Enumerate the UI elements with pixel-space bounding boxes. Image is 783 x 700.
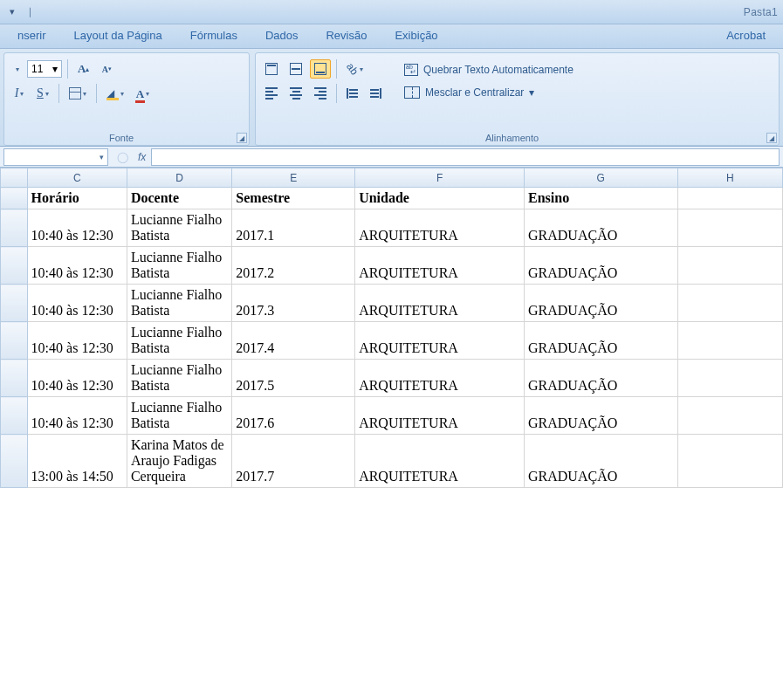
cell[interactable] — [677, 397, 782, 435]
cell[interactable]: 10:40 às 12:30 — [27, 360, 127, 397]
select-all-corner[interactable] — [1, 168, 28, 188]
cell[interactable] — [677, 188, 782, 209]
cell[interactable]: 2017.4 — [232, 322, 355, 360]
cell[interactable]: GRADUAÇÃO — [525, 397, 678, 435]
table-row: Horário Docente Semestre Unidade Ensino — [1, 188, 783, 209]
group-label-fonte: Fonte — [4, 133, 238, 143]
cell[interactable]: Lucianne Fialho Batista — [127, 285, 231, 322]
name-box[interactable]: ▾ — [3, 148, 108, 166]
row-head[interactable] — [1, 188, 28, 209]
cell[interactable]: ARQUITETURA — [355, 435, 525, 488]
merge-center-button[interactable]: Mesclar e Centralizar ▾ — [398, 82, 580, 103]
cell[interactable] — [677, 209, 782, 247]
cell[interactable]: GRADUAÇÃO — [525, 209, 678, 247]
cell[interactable] — [677, 360, 782, 397]
qat-dropdown-icon[interactable]: ▾ — [5, 5, 19, 19]
row-head[interactable] — [1, 435, 28, 488]
cell[interactable]: 10:40 às 12:30 — [27, 247, 127, 285]
cell[interactable]: ARQUITETURA — [355, 209, 525, 247]
cell[interactable]: GRADUAÇÃO — [525, 435, 678, 488]
cell[interactable]: Karina Matos de Araujo Fadigas Cerqueira — [127, 435, 231, 488]
decrease-indent-button[interactable] — [342, 84, 362, 103]
fx-label[interactable]: fx — [133, 151, 151, 163]
italic-dropdown[interactable]: I▾ — [10, 84, 29, 103]
cell[interactable]: 10:40 às 12:30 — [27, 285, 127, 322]
cell[interactable]: Docente — [127, 188, 231, 209]
cell[interactable]: ARQUITETURA — [355, 285, 525, 322]
cell[interactable]: GRADUAÇÃO — [525, 247, 678, 285]
col-head-G[interactable]: G — [525, 168, 678, 188]
cell[interactable]: ARQUITETURA — [355, 397, 525, 435]
align-center-button[interactable] — [285, 84, 306, 103]
cell[interactable]: 2017.3 — [232, 285, 355, 322]
row-head[interactable] — [1, 285, 28, 322]
cell[interactable]: 2017.6 — [232, 397, 355, 435]
cell[interactable]: ARQUITETURA — [355, 247, 525, 285]
borders-button[interactable]: ▾ — [65, 84, 91, 103]
cell[interactable]: 10:40 às 12:30 — [27, 322, 127, 360]
valign-top-button[interactable] — [261, 59, 282, 79]
row-head[interactable] — [1, 247, 28, 285]
orientation-button[interactable]: ab▾ — [342, 59, 367, 79]
shrink-font-button[interactable]: A▾ — [97, 59, 116, 79]
tab-acrobat[interactable]: Acrobat — [712, 24, 780, 48]
cell[interactable]: 10:40 às 12:30 — [27, 397, 127, 435]
cell[interactable]: Ensino — [525, 188, 678, 209]
grow-font-button[interactable]: A▴ — [73, 59, 93, 79]
increase-indent-button[interactable] — [366, 84, 386, 103]
underline-button[interactable]: S▾ — [32, 84, 53, 103]
cell[interactable] — [677, 285, 782, 322]
row-head[interactable] — [1, 209, 28, 247]
tab-dados[interactable]: Dados — [251, 24, 313, 48]
col-head-E[interactable]: E — [232, 168, 355, 188]
valign-bottom-button[interactable] — [310, 59, 331, 79]
valign-middle-button[interactable] — [285, 59, 306, 79]
fill-color-button[interactable]: ◢▾ — [102, 84, 128, 103]
font-size-input[interactable]: 11 ▾ — [27, 60, 62, 78]
font-color-button[interactable]: A▾ — [132, 84, 154, 103]
cell[interactable]: 2017.2 — [232, 247, 355, 285]
cell[interactable]: Lucianne Fialho Batista — [127, 209, 231, 247]
cell[interactable]: Lucianne Fialho Batista — [127, 322, 231, 360]
row-head[interactable] — [1, 322, 28, 360]
tab-layout-pagina[interactable]: Layout da Página — [60, 24, 176, 48]
col-head-F[interactable]: F — [355, 168, 525, 188]
font-name-dropdown[interactable]: ▾ — [10, 59, 24, 79]
cell[interactable]: Semestre — [232, 188, 355, 209]
tab-exibicao[interactable]: Exibição — [381, 24, 451, 48]
row-head[interactable] — [1, 397, 28, 435]
cell[interactable]: Lucianne Fialho Batista — [127, 360, 231, 397]
cell[interactable] — [677, 435, 782, 488]
tab-inserir[interactable]: nserir — [3, 24, 60, 48]
cell[interactable]: Unidade — [355, 188, 525, 209]
align-left-button[interactable] — [261, 84, 282, 103]
tab-formulas[interactable]: Fórmulas — [176, 24, 251, 48]
col-head-D[interactable]: D — [127, 168, 231, 188]
separator — [336, 84, 337, 103]
formula-input[interactable] — [151, 148, 780, 166]
cell[interactable]: Lucianne Fialho Batista — [127, 247, 231, 285]
cell[interactable]: 10:40 às 12:30 — [27, 209, 127, 247]
align-right-button[interactable] — [310, 84, 331, 103]
cell[interactable]: Horário — [27, 188, 127, 209]
cell[interactable]: 13:00 às 14:50 — [27, 435, 127, 488]
fonte-dialog-launcher[interactable]: ◢ — [237, 133, 247, 143]
cell[interactable]: ARQUITETURA — [355, 322, 525, 360]
cell[interactable]: GRADUAÇÃO — [525, 285, 678, 322]
row-head[interactable] — [1, 360, 28, 397]
cell[interactable]: 2017.7 — [232, 435, 355, 488]
cell[interactable]: 2017.5 — [232, 360, 355, 397]
cell[interactable]: 2017.1 — [232, 209, 355, 247]
cell[interactable]: GRADUAÇÃO — [525, 322, 678, 360]
alinhamento-dialog-launcher[interactable]: ◢ — [766, 133, 777, 143]
col-head-C[interactable]: C — [27, 168, 127, 188]
cell[interactable]: Lucianne Fialho Batista — [127, 397, 231, 435]
col-head-H[interactable]: H — [677, 168, 782, 188]
cell[interactable] — [677, 247, 782, 285]
cell[interactable] — [677, 322, 782, 360]
worksheet-grid[interactable]: C D E F G H Horário Docente Semestre Uni… — [0, 168, 783, 488]
cell[interactable]: GRADUAÇÃO — [525, 360, 678, 397]
cell[interactable]: ARQUITETURA — [355, 360, 525, 397]
wrap-text-button[interactable]: Quebrar Texto Automaticamente — [398, 59, 580, 80]
tab-revisao[interactable]: Revisão — [312, 24, 381, 48]
